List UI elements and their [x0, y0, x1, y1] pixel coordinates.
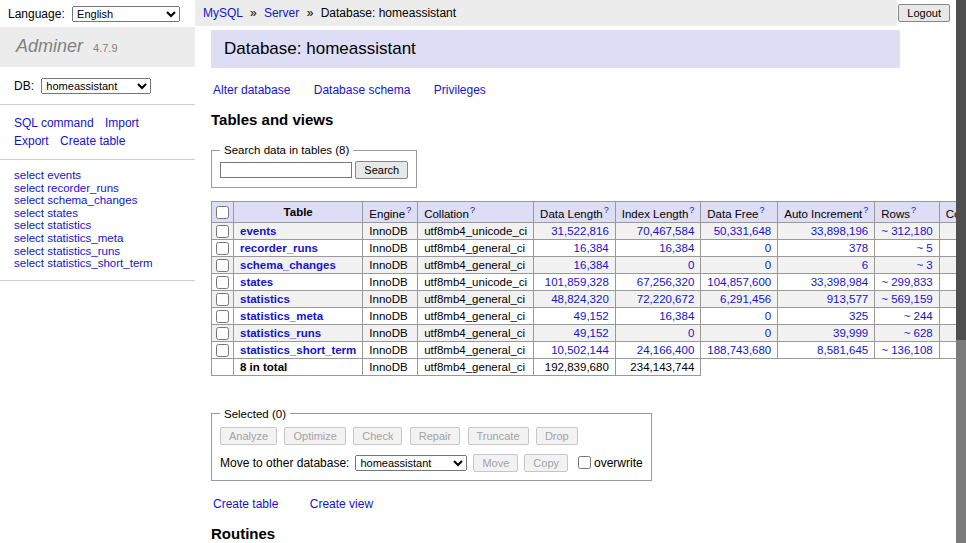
- rows-link[interactable]: ~ 312,180: [881, 225, 932, 237]
- db-select[interactable]: homeassistant: [41, 78, 151, 94]
- row-checkbox[interactable]: [216, 310, 229, 323]
- create-view-link[interactable]: Create view: [310, 497, 373, 511]
- index-length-link[interactable]: 70,467,584: [637, 225, 695, 237]
- index-length-link[interactable]: 16,384: [659, 310, 694, 322]
- data-length-link[interactable]: 16,384: [574, 259, 609, 271]
- help-icon[interactable]: ?: [759, 205, 764, 215]
- sidebar-select-recorder_runs[interactable]: select recorder_runs: [14, 182, 181, 195]
- breadcrumb-server-link[interactable]: Server: [264, 6, 299, 20]
- search-button[interactable]: Search: [355, 161, 408, 179]
- sidebar-sql-command-link[interactable]: SQL command: [14, 116, 94, 130]
- data-free-link[interactable]: 188,743,680: [707, 344, 771, 356]
- data-length-link[interactable]: 49,152: [574, 327, 609, 339]
- index-length-link[interactable]: 16,384: [659, 242, 694, 254]
- table-name-link[interactable]: statistics_short_term: [240, 344, 356, 356]
- help-icon[interactable]: ?: [911, 205, 916, 215]
- rows-link[interactable]: ~ 136,108: [881, 344, 932, 356]
- table-name-link[interactable]: recorder_runs: [240, 242, 318, 254]
- index-length-link[interactable]: 0: [688, 327, 694, 339]
- help-icon[interactable]: ?: [406, 205, 411, 215]
- index-length-link[interactable]: 72,220,672: [637, 293, 695, 305]
- truncate-button[interactable]: Truncate: [468, 427, 529, 445]
- create-table-link[interactable]: Create table: [213, 497, 278, 511]
- table-name-link[interactable]: statistics_meta: [240, 310, 323, 322]
- row-checkbox[interactable]: [216, 327, 229, 340]
- copy-button[interactable]: Copy: [524, 454, 568, 472]
- row-checkbox[interactable]: [216, 242, 229, 255]
- vertical-scrollbar[interactable]: [956, 0, 966, 543]
- sidebar-import-link[interactable]: Import: [105, 116, 139, 130]
- index-length-link[interactable]: 24,166,400: [637, 344, 695, 356]
- auto-increment-link[interactable]: 33,398,984: [811, 276, 869, 288]
- data-length-link[interactable]: 31,522,816: [551, 225, 609, 237]
- auto-increment-link[interactable]: 39,999: [833, 327, 868, 339]
- row-checkbox[interactable]: [216, 293, 229, 306]
- help-icon[interactable]: ?: [689, 205, 694, 215]
- help-icon[interactable]: ?: [470, 205, 475, 215]
- sidebar-select-statistics_meta[interactable]: select statistics_meta: [14, 232, 181, 245]
- auto-increment-link[interactable]: 33,898,196: [811, 225, 869, 237]
- row-checkbox[interactable]: [216, 276, 229, 289]
- drop-button[interactable]: Drop: [536, 427, 578, 445]
- alter-database-link[interactable]: Alter database: [213, 83, 290, 97]
- data-length-link[interactable]: 16,384: [574, 242, 609, 254]
- table-name-link[interactable]: events: [240, 225, 276, 237]
- database-schema-link[interactable]: Database schema: [314, 83, 411, 97]
- language-select[interactable]: English: [72, 6, 180, 22]
- data-free-link[interactable]: 6,291,456: [720, 293, 771, 305]
- index-length-link[interactable]: 0: [688, 259, 694, 271]
- search-input[interactable]: [220, 162, 352, 178]
- breadcrumb-mysql-link[interactable]: MySQL: [203, 6, 243, 20]
- rows-link[interactable]: ~ 299,833: [881, 276, 932, 288]
- row-checkbox[interactable]: [216, 259, 229, 272]
- data-length-link[interactable]: 10,502,144: [551, 344, 609, 356]
- sidebar-export-link[interactable]: Export: [14, 134, 49, 148]
- auto-increment-link[interactable]: 378: [849, 242, 868, 254]
- scrollbar-thumb[interactable]: [956, 0, 966, 340]
- row-checkbox[interactable]: [216, 225, 229, 238]
- data-free-link[interactable]: 50,331,648: [714, 225, 772, 237]
- repair-button[interactable]: Repair: [410, 427, 460, 445]
- sidebar-select-statistics_short_term[interactable]: select statistics_short_term: [14, 257, 181, 270]
- analyze-button[interactable]: Analyze: [220, 427, 277, 445]
- table-name-link[interactable]: schema_changes: [240, 259, 336, 271]
- auto-increment-link[interactable]: 8,581,645: [817, 344, 868, 356]
- auto-increment-link[interactable]: 6: [862, 259, 868, 271]
- rows-link[interactable]: ~ 3: [916, 259, 932, 271]
- sidebar-select-states[interactable]: select states: [14, 207, 181, 220]
- auto-increment-link[interactable]: 325: [849, 310, 868, 322]
- move-db-select[interactable]: homeassistant: [355, 455, 467, 471]
- rows-link[interactable]: ~ 244: [904, 310, 933, 322]
- logout-button[interactable]: Logout: [898, 4, 950, 22]
- privileges-link[interactable]: Privileges: [434, 83, 486, 97]
- sidebar-select-schema_changes[interactable]: select schema_changes: [14, 194, 181, 207]
- help-icon[interactable]: ?: [604, 205, 609, 215]
- optimize-button[interactable]: Optimize: [284, 427, 345, 445]
- sidebar-select-statistics_runs[interactable]: select statistics_runs: [14, 245, 181, 258]
- move-button[interactable]: Move: [473, 454, 518, 472]
- data-length-link[interactable]: 48,824,320: [551, 293, 609, 305]
- table-name-link[interactable]: statistics: [240, 293, 290, 305]
- rows-link[interactable]: ~ 5: [916, 242, 932, 254]
- data-free-link[interactable]: 0: [765, 259, 771, 271]
- check-button[interactable]: Check: [353, 427, 402, 445]
- data-length-link[interactable]: 101,859,328: [545, 276, 609, 288]
- data-free-link[interactable]: 0: [765, 310, 771, 322]
- sidebar-select-events[interactable]: select events: [14, 169, 181, 182]
- rows-link[interactable]: ~ 628: [904, 327, 933, 339]
- data-free-link[interactable]: 0: [765, 242, 771, 254]
- sidebar-create-table-link[interactable]: Create table: [60, 134, 125, 148]
- index-length-link[interactable]: 67,256,320: [637, 276, 695, 288]
- row-checkbox[interactable]: [216, 344, 229, 357]
- data-free-link[interactable]: 104,857,600: [707, 276, 771, 288]
- data-free-link[interactable]: 0: [765, 327, 771, 339]
- table-name-link[interactable]: states: [240, 276, 273, 288]
- sidebar-select-statistics[interactable]: select statistics: [14, 219, 181, 232]
- select-all-checkbox[interactable]: [216, 206, 229, 219]
- rows-link[interactable]: ~ 569,159: [881, 293, 932, 305]
- overwrite-checkbox[interactable]: [578, 456, 591, 469]
- table-name-link[interactable]: statistics_runs: [240, 327, 321, 339]
- auto-increment-link[interactable]: 913,577: [827, 293, 869, 305]
- help-icon[interactable]: ?: [863, 205, 868, 215]
- data-length-link[interactable]: 49,152: [574, 310, 609, 322]
